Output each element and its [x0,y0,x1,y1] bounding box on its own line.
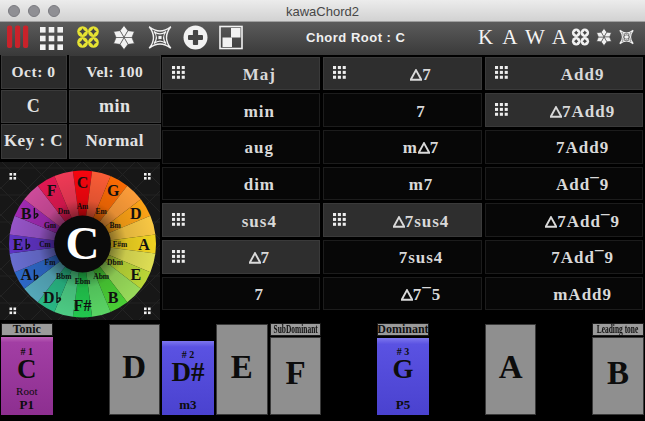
svg-text:C: C [66,217,100,269]
